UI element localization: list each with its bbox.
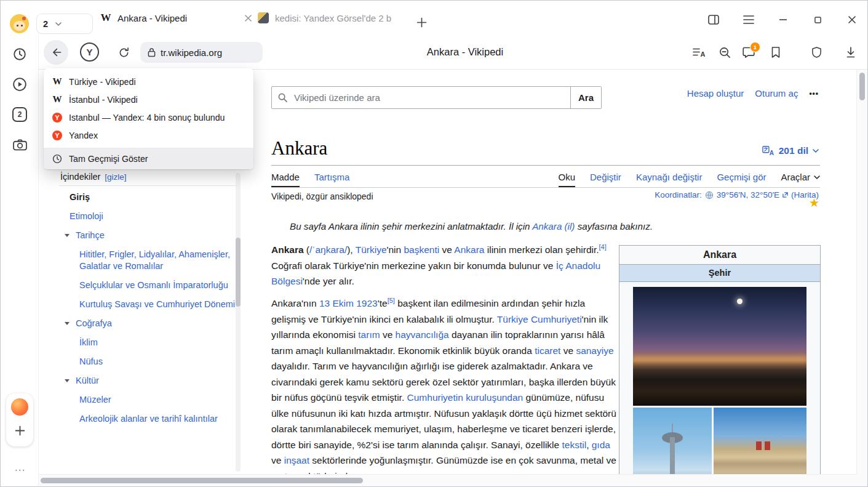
comments-button[interactable]: 1 — [741, 44, 757, 60]
protect-shield-icon — [811, 46, 822, 58]
yandex-favicon-icon: Y — [52, 113, 62, 123]
toc-item-muzeler[interactable]: Müzeler — [59, 394, 236, 406]
chevron-down-icon — [65, 379, 70, 382]
toc-item-nufus[interactable]: Nüfus — [59, 356, 236, 368]
downloads-button[interactable] — [843, 44, 859, 60]
infobox-image-cityscape[interactable] — [633, 287, 806, 406]
minimize-window-button[interactable] — [775, 12, 791, 28]
url-text: tr.wikipedia.org — [161, 47, 222, 58]
wiki-search-input[interactable] — [293, 87, 570, 108]
toc-item-selcuklular[interactable]: Selçuklular ve Osmanlı İmparatorluğu — [59, 280, 236, 291]
toc-item-hititler[interactable]: Hititler, Frigler, Lidyalılar, Ahamenişl… — [59, 249, 236, 272]
back-button[interactable] — [44, 40, 68, 65]
more-options-button[interactable]: ••• — [809, 89, 819, 98]
tab-kedisi-yandex-gorsel[interactable]: kedisi: Yandex Görsel'de 2 b — [252, 9, 419, 27]
infobox-type: Şehir — [619, 265, 820, 282]
video-panel-button[interactable] — [11, 76, 28, 93]
lock-icon — [148, 47, 156, 57]
protect-button[interactable] — [808, 44, 824, 60]
toc-item-tarihce[interactable]: Tarihçe — [59, 230, 236, 241]
sidebar-more-button[interactable]: ⋯ — [1, 464, 39, 477]
avatar-bow — [22, 17, 26, 20]
tab-madde[interactable]: Madde — [271, 172, 300, 187]
infobox: Ankara Şehir — [619, 245, 821, 475]
history-item[interactable]: W İstanbul - Vikipedi — [44, 91, 253, 108]
article-tabs: Madde Tartışma Oku Değiştir Kaynağı deği… — [271, 168, 820, 188]
reload-button[interactable] — [114, 43, 133, 62]
maximize-window-button[interactable] — [810, 12, 826, 28]
paragraph-history: Ankara'nın 13 Ekim 1923'te[5] başkent il… — [271, 296, 619, 475]
paragraph-intro: Ankara (/ˈaŋkara/), Türkiye'nin başkenti… — [271, 242, 619, 289]
tab-ankara-vikipedi[interactable]: W Ankara - Vikipedi — [94, 9, 259, 27]
language-selector-button[interactable]: A 201 dil — [762, 145, 819, 156]
plus-icon — [15, 425, 25, 436]
zoom-button[interactable] — [717, 44, 733, 60]
tab-oku[interactable]: Oku — [559, 172, 576, 187]
language-icon: A — [762, 145, 774, 156]
show-full-history-item[interactable]: Tam Geçmişi Göster — [44, 148, 253, 169]
infobox-image-anitkabir[interactable] — [714, 408, 806, 475]
create-account-link[interactable]: Hesap oluştur — [687, 88, 744, 99]
chevron-down-icon — [814, 175, 820, 179]
toc-item-arkeolojik[interactable]: Arkeolojik alanlar ve tarihî kalıntılar — [59, 413, 236, 425]
toc-item-iklim[interactable]: İklim — [59, 337, 236, 348]
profile-avatar[interactable] — [10, 14, 29, 33]
history-item[interactable]: W Türkiye - Vikipedi — [44, 73, 253, 91]
external-link-icon — [782, 192, 788, 198]
tab-tartisma[interactable]: Tartışma — [314, 172, 350, 187]
sidebar-add-button[interactable] — [14, 424, 26, 437]
bookmark-button[interactable] — [768, 44, 784, 60]
toc-item-giris[interactable]: Giriş — [59, 191, 236, 203]
tab-gecmisi-gor[interactable]: Geçmişi gör — [717, 172, 766, 187]
horizontal-scrollbar[interactable] — [39, 474, 858, 486]
close-window-button[interactable] — [844, 12, 860, 28]
coordinates-label-link[interactable]: Koordinatlar: — [655, 190, 702, 199]
alice-assistant-button[interactable] — [11, 398, 28, 416]
wiki-search-button[interactable]: Ara — [570, 87, 601, 108]
tab-counter-value: 2 — [43, 19, 48, 29]
avatar-face — [14, 21, 25, 31]
coordinates-value-link[interactable]: 39°56′N, 32°50′E — [717, 190, 779, 199]
address-bar[interactable]: tr.wikipedia.org — [140, 42, 263, 63]
history-item[interactable]: Y Yandex — [44, 126, 253, 144]
browser-menu-button[interactable] — [741, 12, 757, 28]
vertical-scrollbar-thumb[interactable] — [859, 73, 865, 100]
window-page-title: Ankara - Vikipedi — [345, 46, 585, 58]
yandex-favicon-icon: Y — [52, 131, 62, 140]
login-link[interactable]: Oturum aç — [755, 88, 798, 99]
toc-item-kultur[interactable]: Kültür — [59, 375, 236, 387]
infobox-image-atakule-tower[interactable] — [633, 408, 712, 475]
chevron-down-icon — [55, 22, 62, 26]
toc-divider — [59, 185, 236, 186]
tab-panels-button[interactable] — [706, 12, 722, 28]
chevron-down-icon — [813, 149, 819, 153]
tabs-panel-button[interactable]: 2 — [12, 107, 27, 122]
tab-degistir[interactable]: Değiştir — [590, 172, 621, 187]
toc-scrollbar[interactable] — [236, 173, 241, 472]
toc-item-kurtulus[interactable]: Kurtuluş Savaşı ve Cumhuriyet Dönemi — [59, 299, 236, 310]
vertical-scrollbar[interactable] — [856, 70, 867, 475]
hamburger-menu-icon — [743, 15, 754, 24]
browser-window: 2 W Ankara - Vikipedi kedisi: Yandex Gör… — [0, 0, 868, 487]
infobox-title: Ankara — [619, 246, 820, 265]
yandex-search-button[interactable]: Y — [80, 42, 99, 62]
toc-item-cografya[interactable]: Coğrafya — [59, 318, 236, 329]
history-panel-button[interactable] — [11, 46, 28, 63]
reader-mode-button[interactable]: A — [691, 44, 707, 60]
screenshot-panel-button[interactable] — [11, 136, 28, 153]
history-dropdown: W Türkiye - Vikipedi W İstanbul - Vikipe… — [44, 68, 253, 169]
toc-hide-link[interactable]: [gizle] — [105, 172, 126, 182]
tab-kaynagi-degistir[interactable]: Kaynağı değiştir — [636, 172, 703, 187]
avatar-eye — [21, 25, 23, 26]
history-item[interactable]: Y Istanbul — Yandex: 4 bin sonuç bulundu — [44, 108, 253, 126]
toc-scrollbar-thumb[interactable] — [236, 238, 241, 307]
comments-count-badge: 1 — [750, 42, 760, 52]
tools-menu-button[interactable]: Araçlar — [781, 172, 820, 187]
toc-item-etimoloji[interactable]: Etimoloji — [59, 211, 236, 222]
new-tab-button[interactable] — [415, 16, 428, 28]
toc-header: İçindekiler — [60, 172, 100, 182]
close-icon — [848, 16, 856, 23]
history-item-label: Türkiye - Vikipedi — [69, 77, 136, 87]
horizontal-scrollbar-thumb[interactable] — [41, 478, 363, 483]
tab-counter-button[interactable]: 2 — [37, 14, 92, 33]
